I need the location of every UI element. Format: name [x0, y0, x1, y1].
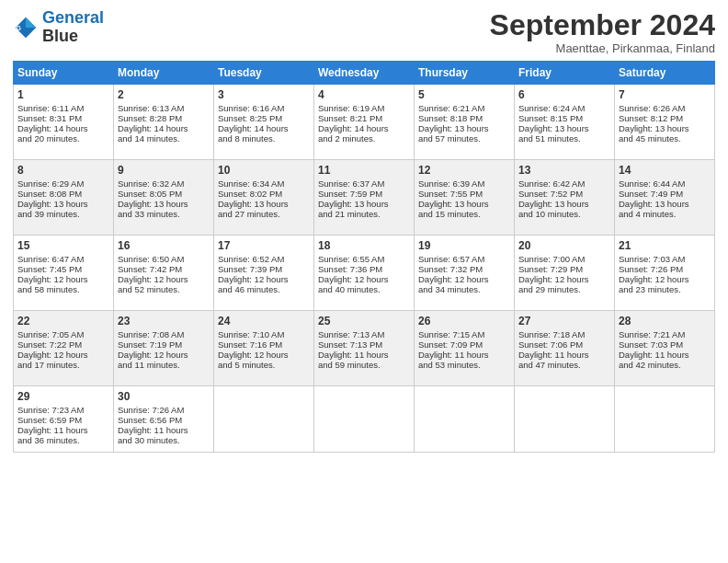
sunrise-text: Sunrise: 7:08 AM [118, 329, 184, 339]
table-row: 8 Sunrise: 6:29 AM Sunset: 8:08 PM Dayli… [14, 160, 114, 236]
logo-text: GeneralBlue [42, 9, 104, 46]
sunset-text: Sunset: 7:09 PM [418, 339, 483, 350]
table-row: 11 Sunrise: 6:37 AM Sunset: 7:59 PM Dayl… [314, 160, 415, 236]
table-row: 19 Sunrise: 6:57 AM Sunset: 7:32 PM Dayl… [415, 236, 515, 311]
sunset-text: Sunset: 7:36 PM [318, 264, 382, 274]
col-tuesday: Tuesday [214, 62, 314, 85]
sunrise-text: Sunrise: 6:42 AM [518, 178, 585, 189]
table-row: 7 Sunrise: 6:26 AM Sunset: 8:12 PM Dayli… [615, 85, 715, 160]
day-number: 9 [118, 164, 210, 177]
day-number: 28 [619, 315, 711, 327]
sunrise-text: Sunrise: 7:21 AM [619, 329, 685, 339]
sunset-text: Sunset: 8:25 PM [218, 113, 282, 123]
sunset-text: Sunset: 8:12 PM [619, 113, 683, 123]
table-row: 17 Sunrise: 6:52 AM Sunset: 7:39 PM Dayl… [214, 236, 314, 311]
sunrise-text: Sunrise: 7:18 AM [518, 329, 585, 339]
calendar-week-row: 8 Sunrise: 6:29 AM Sunset: 8:08 PM Dayli… [14, 160, 715, 236]
sunset-text: Sunset: 8:08 PM [17, 189, 82, 199]
table-row: 1 Sunrise: 6:11 AM Sunset: 8:31 PM Dayli… [14, 85, 114, 160]
day-number: 5 [418, 88, 510, 101]
calendar-week-row: 22 Sunrise: 7:05 AM Sunset: 7:22 PM Dayl… [14, 311, 715, 386]
sunrise-text: Sunrise: 6:29 AM [17, 178, 84, 189]
sunset-text: Sunset: 7:22 PM [17, 339, 82, 350]
daylight-minutes: and 52 minutes. [118, 284, 180, 294]
sunset-text: Sunset: 7:59 PM [318, 189, 382, 199]
sunrise-text: Sunrise: 6:44 AM [619, 178, 685, 189]
daylight-minutes: and 30 minutes. [118, 435, 180, 445]
daylight-minutes: and 57 minutes. [418, 133, 481, 144]
daylight-label: Daylight: 13 hours [218, 199, 289, 209]
page-container: G GeneralBlue September 2024 Maenttae, P… [0, 0, 728, 462]
table-row [515, 386, 615, 453]
sunrise-text: Sunrise: 7:03 AM [619, 254, 685, 264]
day-number: 7 [619, 88, 711, 101]
daylight-minutes: and 59 minutes. [318, 360, 381, 370]
day-number: 4 [318, 88, 410, 101]
sunset-text: Sunset: 7:06 PM [518, 339, 583, 350]
col-saturday: Saturday [615, 62, 715, 85]
sunrise-text: Sunrise: 7:23 AM [17, 405, 84, 415]
daylight-label: Daylight: 12 hours [17, 350, 88, 360]
daylight-minutes: and 14 minutes. [118, 133, 180, 144]
sunrise-text: Sunrise: 6:24 AM [518, 103, 585, 113]
table-row [214, 386, 314, 453]
day-number: 21 [619, 239, 711, 252]
table-row: 5 Sunrise: 6:21 AM Sunset: 8:18 PM Dayli… [415, 85, 515, 160]
sunset-text: Sunset: 7:45 PM [17, 264, 82, 274]
day-number: 23 [118, 315, 210, 327]
table-row: 16 Sunrise: 6:50 AM Sunset: 7:42 PM Dayl… [114, 236, 214, 311]
daylight-minutes: and 23 minutes. [619, 284, 681, 294]
daylight-label: Daylight: 13 hours [418, 199, 489, 209]
daylight-label: Daylight: 13 hours [619, 123, 689, 133]
daylight-minutes: and 21 minutes. [318, 209, 381, 219]
sunset-text: Sunset: 8:18 PM [418, 113, 483, 123]
sunset-text: Sunset: 7:49 PM [619, 189, 683, 199]
sunset-text: Sunset: 7:16 PM [218, 339, 282, 350]
sunrise-text: Sunrise: 6:26 AM [619, 103, 685, 113]
daylight-label: Daylight: 14 hours [17, 123, 88, 133]
logo-icon: G [13, 15, 39, 40]
col-monday: Monday [114, 62, 214, 85]
daylight-label: Daylight: 14 hours [318, 123, 389, 133]
header: G GeneralBlue September 2024 Maenttae, P… [13, 9, 715, 55]
calendar-week-row: 1 Sunrise: 6:11 AM Sunset: 8:31 PM Dayli… [14, 85, 715, 160]
daylight-label: Daylight: 12 hours [518, 274, 589, 284]
daylight-label: Daylight: 14 hours [218, 123, 289, 133]
day-number: 3 [218, 88, 310, 101]
subtitle: Maenttae, Pirkanmaa, Finland [490, 41, 715, 55]
table-row: 29 Sunrise: 7:23 AM Sunset: 6:59 PM Dayl… [14, 386, 114, 453]
table-row: 2 Sunrise: 6:13 AM Sunset: 8:28 PM Dayli… [114, 85, 214, 160]
sunset-text: Sunset: 7:32 PM [418, 264, 483, 274]
sunset-text: Sunset: 7:29 PM [518, 264, 583, 274]
sunset-text: Sunset: 6:59 PM [17, 415, 82, 425]
table-row [415, 386, 515, 453]
sunset-text: Sunset: 7:42 PM [118, 264, 182, 274]
day-number: 20 [518, 239, 610, 252]
daylight-label: Daylight: 13 hours [518, 199, 589, 209]
day-number: 10 [218, 164, 310, 177]
sunset-text: Sunset: 8:31 PM [17, 113, 82, 123]
daylight-label: Daylight: 12 hours [218, 274, 289, 284]
sunrise-text: Sunrise: 6:34 AM [218, 178, 284, 189]
sunrise-text: Sunrise: 6:11 AM [17, 103, 84, 113]
daylight-label: Daylight: 13 hours [518, 123, 589, 133]
sunrise-text: Sunrise: 6:57 AM [418, 254, 484, 264]
sunrise-text: Sunrise: 6:13 AM [118, 103, 184, 113]
table-row: 12 Sunrise: 6:39 AM Sunset: 7:55 PM Dayl… [415, 160, 515, 236]
daylight-minutes: and 17 minutes. [17, 360, 80, 370]
table-row: 3 Sunrise: 6:16 AM Sunset: 8:25 PM Dayli… [214, 85, 314, 160]
table-row: 9 Sunrise: 6:32 AM Sunset: 8:05 PM Dayli… [114, 160, 214, 236]
daylight-minutes: and 47 minutes. [518, 360, 581, 370]
day-number: 22 [17, 315, 109, 327]
sunrise-text: Sunrise: 7:05 AM [17, 329, 84, 339]
sunrise-text: Sunrise: 6:16 AM [218, 103, 284, 113]
daylight-label: Daylight: 13 hours [619, 199, 689, 209]
day-number: 16 [118, 239, 210, 252]
table-row: 22 Sunrise: 7:05 AM Sunset: 7:22 PM Dayl… [14, 311, 114, 386]
daylight-label: Daylight: 12 hours [118, 274, 188, 284]
daylight-minutes: and 39 minutes. [17, 209, 80, 219]
table-row: 18 Sunrise: 6:55 AM Sunset: 7:36 PM Dayl… [314, 236, 415, 311]
daylight-label: Daylight: 11 hours [118, 425, 188, 435]
daylight-label: Daylight: 14 hours [118, 123, 188, 133]
title-section: September 2024 Maenttae, Pirkanmaa, Finl… [490, 9, 715, 55]
